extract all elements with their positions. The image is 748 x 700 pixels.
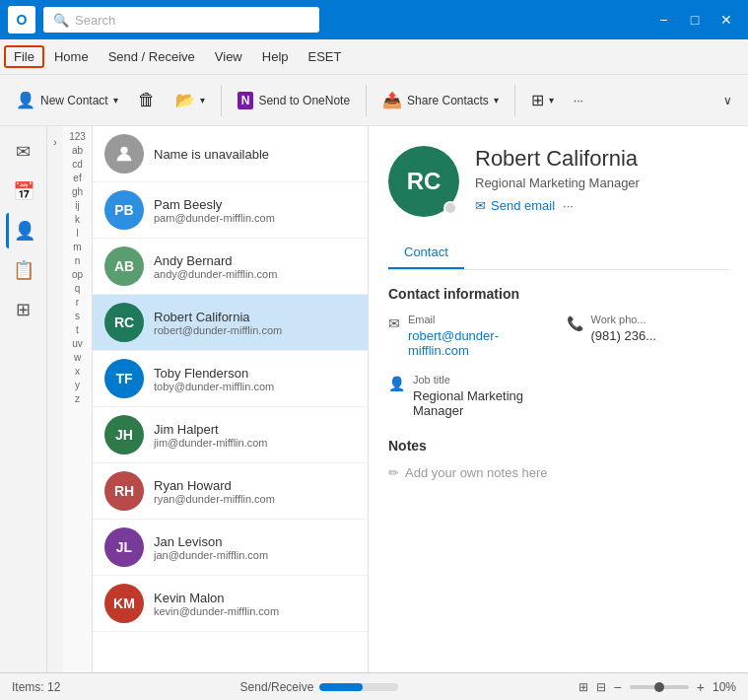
contact-robert[interactable]: RC Robert California robert@dunder-miffl… (93, 295, 368, 351)
alpha-m[interactable]: m (63, 241, 92, 253)
menu-send-receive[interactable]: Send / Receive (99, 45, 205, 68)
alpha-w[interactable]: w (63, 351, 92, 364)
jobtitle-field: 👤 Job title Regional Marketing Manager (388, 374, 551, 418)
menu-home[interactable]: Home (44, 45, 99, 68)
contact-header-info: Robert California Regional Marketing Man… (475, 146, 728, 213)
contact-pam[interactable]: PB Pam Beesly pam@dunder-mifflin.com (93, 182, 368, 239)
alpha-gh[interactable]: gh (63, 185, 92, 198)
more-button[interactable]: ··· (566, 81, 591, 120)
title-bar: O 🔍 Search − □ ✕ (0, 0, 748, 39)
person-icon: 👤 (388, 376, 405, 391)
view-layout-icon[interactable]: ⊞ (578, 680, 588, 694)
alpha-cd[interactable]: cd (63, 158, 92, 171)
alpha-k[interactable]: k (63, 213, 92, 226)
alpha-s[interactable]: s (63, 310, 92, 322)
status-right: ⊞ ⊟ − + 10% (578, 679, 736, 695)
contact-info: Robert California robert@dunder-mifflin.… (154, 310, 356, 336)
contact-toby[interactable]: TF Toby Flenderson toby@dunder-mifflin.c… (93, 351, 368, 407)
svg-point-0 (120, 147, 127, 154)
contact-jan[interactable]: JL Jan Levison jan@dunder-mifflin.com (93, 520, 368, 576)
contact-email: toby@dunder-mifflin.com (154, 381, 356, 392)
workphone-row: 📞 Work pho... (981) 236... (567, 314, 729, 343)
menu-view[interactable]: View (205, 45, 252, 68)
view-button[interactable]: ⊞ ▾ (523, 81, 562, 120)
toolbar-sep-2 (366, 85, 367, 116)
expand-ribbon-button[interactable]: ∨ (715, 81, 740, 120)
zoom-plus-icon[interactable]: + (697, 679, 705, 695)
status-bar: Items: 12 Send/Receive ⊞ ⊟ − + 10% (0, 672, 748, 700)
maximize-button[interactable]: □ (681, 6, 709, 34)
phone-icon: 📞 (567, 315, 583, 331)
search-box[interactable]: 🔍 Search (43, 7, 319, 33)
contact-andy[interactable]: AB Andy Bernard andy@dunder-mifflin.com (93, 239, 368, 295)
alpha-ij[interactable]: ij (63, 199, 92, 212)
zoom-minus-icon[interactable]: − (614, 679, 622, 695)
zoom-slider[interactable] (630, 685, 689, 689)
alpha-ab[interactable]: ab (63, 144, 92, 157)
alpha-q[interactable]: q (63, 282, 92, 295)
nav-calendar[interactable]: 📅 (6, 174, 41, 209)
onenote-button[interactable]: N Send to OneNote (230, 81, 358, 120)
email-value[interactable]: robert@dunder-mifflin.com (408, 328, 551, 358)
contact-info-grid: ✉ Email robert@dunder-mifflin.com 📞 Work… (388, 314, 728, 418)
detail-panel: RC Robert California Regional Marketing … (369, 126, 748, 672)
nav-tasks[interactable]: 📋 (6, 252, 41, 288)
alpha-x[interactable]: x (63, 365, 92, 378)
minimize-button[interactable]: − (649, 6, 677, 34)
share-icon: 📤 (382, 91, 402, 109)
alpha-ef[interactable]: ef (63, 172, 92, 184)
alpha-r[interactable]: r (63, 296, 92, 309)
more-actions-button[interactable]: ··· (563, 198, 574, 213)
workphone-label: Work pho... (591, 314, 657, 325)
move-button[interactable]: 📂 ▾ (168, 81, 213, 120)
menu-file[interactable]: File (4, 45, 44, 68)
jobtitle-row: 👤 Job title Regional Marketing Manager (388, 374, 551, 418)
menu-help[interactable]: Help (252, 45, 299, 68)
share-contacts-button[interactable]: 📤 Share Contacts ▾ (374, 81, 507, 120)
contact-avatar: JH (104, 415, 144, 455)
nav-mail[interactable]: ✉ (6, 134, 41, 170)
new-contact-button[interactable]: 👤 New Contact ▾ (8, 81, 126, 120)
jobtitle-label: Job title (413, 374, 551, 385)
section-contact-info: Contact information (388, 286, 728, 302)
contact-info: Jan Levison jan@dunder-mifflin.com (154, 534, 356, 561)
search-placeholder: Search (75, 13, 115, 28)
contact-name: Andy Bernard (154, 253, 356, 268)
view-grid-icon[interactable]: ⊟ (596, 680, 606, 694)
tab-contact[interactable]: Contact (388, 237, 464, 269)
close-button[interactable]: ✕ (713, 6, 740, 34)
notes-placeholder[interactable]: ✏ Add your own notes here (388, 465, 728, 480)
contact-name: Kevin Malon (154, 591, 356, 605)
nav-contacts[interactable]: 👤 (6, 213, 41, 248)
phone-content: Work pho... (981) 236... (591, 314, 657, 343)
window-controls: − □ ✕ (649, 6, 740, 34)
contact-info: Kevin Malon kevin@dunder-mifflin.com (154, 591, 356, 617)
menu-eset[interactable]: ESET (299, 45, 352, 68)
alpha-123[interactable]: 123 (63, 130, 92, 143)
alpha-l[interactable]: l (63, 227, 92, 240)
delete-button[interactable]: 🗑 (130, 81, 164, 120)
alpha-op[interactable]: op (63, 268, 92, 281)
nav-expand-arrow[interactable]: › (47, 134, 63, 150)
workphone-field: 📞 Work pho... (981) 236... (567, 314, 729, 358)
alpha-y[interactable]: y (63, 379, 92, 391)
expand-ribbon-icon: ∨ (723, 94, 732, 107)
view-icon: ⊞ (531, 91, 544, 109)
alpha-t[interactable]: t (63, 323, 92, 336)
nav-sidebar: ✉ 📅 👤 📋 ⊞ (0, 126, 47, 672)
contact-info: Jim Halpert jim@dunder-mifflin.com (154, 422, 356, 449)
alpha-n[interactable]: n (63, 254, 92, 267)
contact-ryan[interactable]: RH Ryan Howard ryan@dunder-mifflin.com (93, 463, 368, 520)
alpha-z[interactable]: z (63, 392, 92, 405)
contact-jim[interactable]: JH Jim Halpert jim@dunder-mifflin.com (93, 407, 368, 463)
app-logo: O (8, 6, 35, 34)
menu-bar: File Home Send / Receive View Help ESET (0, 39, 748, 75)
contact-unavailable[interactable]: Name is unavailable (93, 126, 368, 182)
send-email-button[interactable]: ✉ Send email (475, 198, 555, 213)
onenote-icon: N (238, 92, 254, 109)
email-field: ✉ Email robert@dunder-mifflin.com (388, 314, 551, 358)
contact-kevin[interactable]: KM Kevin Malon kevin@dunder-mifflin.com (93, 576, 368, 632)
alpha-uv[interactable]: uv (63, 337, 92, 350)
nav-apps[interactable]: ⊞ (6, 292, 41, 327)
toolbar-sep-1 (221, 85, 222, 116)
